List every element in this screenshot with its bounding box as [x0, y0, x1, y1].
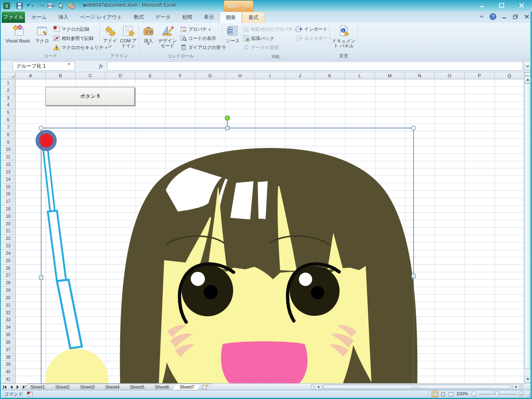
zoom-level[interactable]: 100%: [455, 391, 470, 396]
sheet-tab[interactable]: Sheet7: [173, 384, 201, 390]
import-button[interactable]: インポート: [296, 25, 328, 33]
horizontal-split-handle[interactable]: [520, 384, 523, 389]
expansion-packs-button[interactable]: 拡張パック: [243, 34, 274, 42]
ribbon-tab[interactable]: 数式: [128, 12, 150, 23]
insert-control-button[interactable]: 挿入 ▼: [141, 24, 156, 46]
sheet-tab[interactable]: Sheet1: [24, 384, 52, 390]
worksheet-area[interactable]: ボタン 6: [1, 72, 524, 383]
column-header[interactable]: N: [405, 72, 435, 79]
zoom-in-button[interactable]: +: [519, 392, 524, 397]
relative-references-button[interactable]: 相対参照で記録: [53, 34, 94, 42]
row-header[interactable]: 27: [1, 272, 16, 280]
row-header[interactable]: 22: [1, 235, 16, 242]
macro-record-icon[interactable]: [27, 391, 33, 397]
row-header[interactable]: 28: [1, 279, 16, 287]
ribbon-tab[interactable]: 表示: [198, 12, 219, 23]
com-addins-button[interactable]: COM アドイン: [119, 24, 138, 48]
row-header[interactable]: 6: [1, 116, 16, 124]
row-header[interactable]: 18: [1, 205, 16, 213]
row-header[interactable]: 9: [1, 139, 16, 146]
row-header[interactable]: 13: [1, 168, 16, 176]
print-tool-icon[interactable]: [47, 2, 55, 10]
horizontal-scroll-thumb[interactable]: [323, 385, 510, 389]
row-header[interactable]: 20: [1, 220, 16, 228]
row-header[interactable]: 5: [1, 109, 16, 116]
workbook-restore-icon[interactable]: [512, 13, 519, 20]
undo-icon[interactable]: [26, 2, 34, 10]
record-macro-button[interactable]: マクロの記録: [53, 25, 89, 33]
xml-source-button[interactable]: ソース: [225, 24, 240, 43]
drawing-tools-badge[interactable]: 描画ツール: [224, 0, 254, 12]
column-header[interactable]: P: [465, 72, 495, 79]
row-header[interactable]: 3: [1, 94, 16, 102]
select-all-corner[interactable]: [1, 72, 16, 79]
row-header[interactable]: 29: [1, 287, 16, 294]
tab-splitter[interactable]: [311, 384, 314, 389]
row-header[interactable]: 31: [1, 302, 16, 309]
row-header[interactable]: 4: [1, 101, 16, 109]
horizontal-scrollbar[interactable]: [323, 384, 512, 390]
ribbon-tab[interactable]: 校閲: [176, 12, 198, 23]
row-header[interactable]: 38: [1, 354, 16, 361]
document-panel-button[interactable]: i ドキュメント パネル: [331, 24, 357, 48]
column-header[interactable]: B: [46, 72, 76, 79]
normal-view-button[interactable]: [431, 391, 438, 397]
row-header[interactable]: 25: [1, 257, 16, 265]
minimize-ribbon-icon[interactable]: [478, 13, 485, 20]
ribbon-tab[interactable]: データ: [150, 12, 177, 23]
row-header[interactable]: 19: [1, 213, 16, 220]
form-button[interactable]: ボタン 6: [45, 87, 135, 106]
name-box-dropdown-icon[interactable]: ▼: [67, 62, 71, 66]
column-header[interactable]: O: [435, 72, 465, 79]
row-header[interactable]: 39: [1, 361, 16, 368]
row-header[interactable]: 16: [1, 190, 16, 198]
row-header[interactable]: 33: [1, 317, 16, 324]
column-header[interactable]: A: [16, 72, 46, 79]
properties-button[interactable]: プロパティ: [180, 25, 212, 33]
formula-input[interactable]: [107, 62, 523, 71]
row-header[interactable]: 21: [1, 228, 16, 235]
row-header[interactable]: 10: [1, 146, 16, 153]
sheet-tab[interactable]: Sheet5: [123, 384, 151, 390]
row-header[interactable]: 36: [1, 339, 16, 346]
excel-app-icon[interactable]: X: [2, 2, 11, 10]
ribbon-tab[interactable]: 開発: [219, 12, 242, 23]
column-header[interactable]: G: [195, 72, 225, 79]
column-header[interactable]: I: [255, 72, 285, 79]
name-box[interactable]: グループ化 1: [12, 62, 75, 71]
macros-button[interactable]: マクロ: [33, 24, 51, 43]
row-header[interactable]: 17: [1, 198, 16, 205]
column-header[interactable]: D: [106, 72, 135, 79]
row-header[interactable]: 32: [1, 309, 16, 317]
row-header[interactable]: 41: [1, 376, 16, 383]
page-break-view-button[interactable]: [447, 391, 454, 397]
column-header[interactable]: C: [76, 72, 106, 79]
file-tab[interactable]: ファイル: [2, 12, 25, 23]
row-header[interactable]: 34: [1, 324, 16, 331]
sheet-tab[interactable]: Sheet2: [49, 384, 76, 390]
minimize-button[interactable]: [476, 2, 487, 9]
design-mode-button[interactable]: デザイン モード: [157, 24, 178, 48]
row-header[interactable]: 23: [1, 242, 16, 250]
row-header[interactable]: 12: [1, 161, 16, 168]
row-header[interactable]: 2: [1, 87, 16, 94]
zoom-out-button[interactable]: –: [471, 392, 477, 397]
row-header[interactable]: 15: [1, 183, 16, 191]
ribbon-tab[interactable]: 挿入: [53, 12, 74, 23]
help-icon[interactable]: ?: [489, 13, 497, 20]
close-button[interactable]: [516, 2, 527, 9]
page-layout-view-button[interactable]: [439, 391, 446, 397]
refresh-data-button[interactable]: データの更新: [243, 44, 279, 51]
redo-icon[interactable]: [36, 2, 44, 10]
row-header[interactable]: 8: [1, 131, 16, 139]
column-header[interactable]: E: [135, 72, 165, 79]
workbook-minimize-icon[interactable]: [500, 13, 508, 20]
row-header[interactable]: 7: [1, 124, 16, 131]
map-properties-button[interactable]: 対応付けのプロパティ: [243, 25, 298, 33]
row-header[interactable]: 26: [1, 265, 16, 272]
row-header[interactable]: 11: [1, 153, 16, 161]
select-pointer-icon[interactable]: [57, 2, 65, 10]
export-button[interactable]: エクスポート: [296, 34, 332, 42]
column-header[interactable]: K: [315, 72, 345, 79]
sheet-tab[interactable]: Sheet3: [74, 384, 101, 390]
